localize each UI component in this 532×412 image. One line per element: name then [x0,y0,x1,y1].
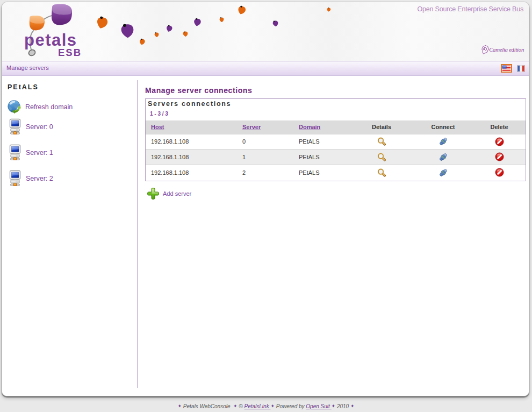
svg-text:ESB: ESB [58,47,82,58]
